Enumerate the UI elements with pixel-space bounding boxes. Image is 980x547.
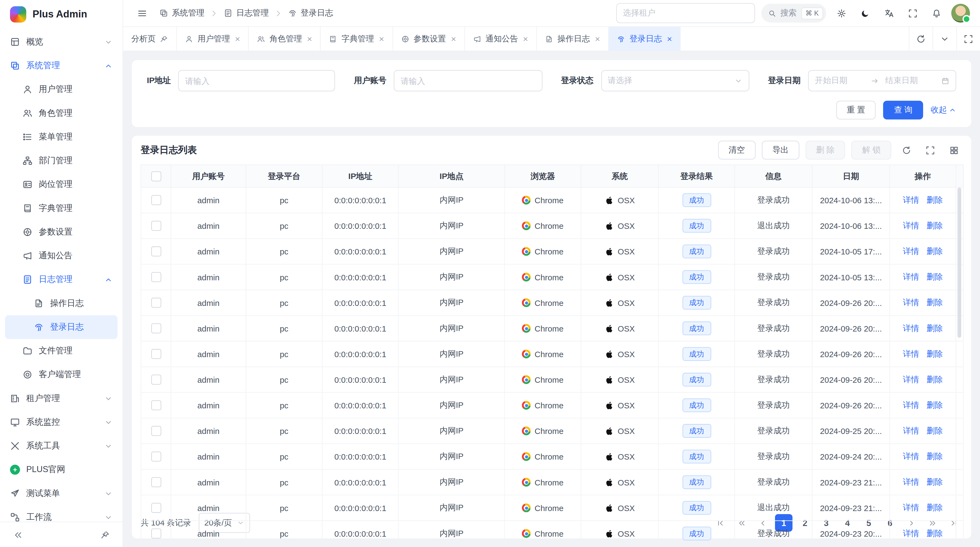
breadcrumb-item-system[interactable]: 系统管理 — [159, 8, 204, 19]
delete-link[interactable]: 删除 — [927, 477, 943, 486]
row-checkbox[interactable] — [151, 298, 161, 308]
row-checkbox[interactable] — [151, 272, 161, 282]
tab-user[interactable]: 用户管理 × — [177, 27, 249, 51]
delete-link[interactable]: 删除 — [927, 349, 943, 358]
tab-notice[interactable]: 通知公告 × — [465, 27, 537, 51]
sidebar-item-overview[interactable]: 概览 — [5, 30, 117, 54]
sidebar-item-dict[interactable]: 字典管理 — [5, 196, 117, 220]
detail-link[interactable]: 详情 — [903, 452, 919, 461]
delete-link[interactable]: 删除 — [927, 503, 943, 512]
select-all-checkbox[interactable] — [151, 171, 161, 182]
clear-button[interactable]: 清空 — [718, 141, 756, 159]
detail-link[interactable]: 详情 — [903, 503, 919, 512]
row-checkbox[interactable] — [151, 221, 161, 231]
delete-link[interactable]: 删除 — [927, 452, 943, 461]
tab-role[interactable]: 角色管理 × — [249, 27, 321, 51]
status-select[interactable]: 请选择 — [601, 70, 749, 91]
sidebar-item-post[interactable]: 岗位管理 — [5, 173, 117, 196]
sidebar-item-client[interactable]: 客户端管理 — [5, 363, 117, 386]
sidebar-item-tools[interactable]: 系统工具 — [5, 434, 117, 458]
notifications-button[interactable] — [928, 4, 945, 22]
row-checkbox[interactable] — [151, 247, 161, 257]
sidebar-item-plus-site[interactable]: + PLUS官网 — [5, 458, 117, 482]
row-checkbox[interactable] — [151, 477, 161, 487]
breadcrumb-item-log[interactable]: 日志管理 — [224, 8, 269, 19]
unlock-button[interactable]: 解 锁 — [851, 141, 891, 159]
collapse-filter-link[interactable]: 收起 — [931, 104, 956, 115]
detail-link[interactable]: 详情 — [903, 298, 919, 307]
column-settings-button[interactable] — [945, 141, 962, 159]
close-icon[interactable]: × — [235, 34, 240, 43]
detail-link[interactable]: 详情 — [903, 247, 919, 256]
row-checkbox[interactable] — [151, 452, 161, 462]
reset-button[interactable]: 重 置 — [836, 101, 876, 120]
collapse-sidebar-button[interactable] — [9, 526, 26, 544]
tab-param[interactable]: 参数设置 × — [393, 27, 465, 51]
table-scrollbar[interactable] — [958, 188, 961, 338]
row-checkbox[interactable] — [151, 503, 161, 513]
dark-mode-button[interactable] — [856, 4, 873, 22]
detail-link[interactable]: 详情 — [903, 221, 919, 230]
sidebar-item-role[interactable]: 角色管理 — [5, 101, 117, 125]
query-button[interactable]: 查 询 — [883, 101, 923, 120]
detail-link[interactable]: 详情 — [903, 477, 919, 486]
sidebar-item-test[interactable]: 测试菜单 — [5, 482, 117, 506]
sidebar-item-notice[interactable]: 通知公告 — [5, 244, 117, 268]
sidebar-item-login-log[interactable]: 登录日志 — [5, 315, 117, 339]
delete-link[interactable]: 删除 — [927, 426, 943, 435]
sidebar-item-tenant[interactable]: 租户管理 — [5, 386, 117, 410]
ip-input[interactable] — [178, 70, 335, 91]
sidebar-item-file[interactable]: 文件管理 — [5, 339, 117, 363]
date-range-picker[interactable]: 开始日期 结束日期 — [808, 70, 956, 91]
detail-link[interactable]: 详情 — [903, 528, 919, 538]
sidebar-item-workflow[interactable]: 工作流 — [5, 506, 117, 522]
settings-button[interactable] — [832, 4, 850, 22]
tab-dict[interactable]: 字典管理 × — [321, 27, 393, 51]
sidebar-item-op-log[interactable]: 操作日志 — [5, 292, 117, 315]
delete-link[interactable]: 删除 — [927, 195, 943, 204]
detail-link[interactable]: 详情 — [903, 349, 919, 358]
delete-link[interactable]: 删除 — [927, 298, 943, 307]
delete-link[interactable]: 删除 — [927, 221, 943, 230]
tab-login-log[interactable]: 登录日志 × — [609, 27, 681, 51]
close-icon[interactable]: × — [523, 34, 528, 43]
delete-link[interactable]: 删除 — [927, 323, 943, 333]
delete-button[interactable]: 删 除 — [805, 141, 845, 159]
row-checkbox[interactable] — [151, 426, 161, 436]
delete-link[interactable]: 删除 — [927, 272, 943, 281]
breadcrumb-item-login-log[interactable]: 登录日志 — [288, 8, 333, 19]
refresh-table-button[interactable] — [897, 141, 915, 159]
detail-link[interactable]: 详情 — [903, 195, 919, 204]
row-checkbox[interactable] — [151, 375, 161, 385]
detail-link[interactable]: 详情 — [903, 323, 919, 333]
sidebar-item-dept[interactable]: 部门管理 — [5, 149, 117, 172]
row-checkbox[interactable] — [151, 195, 161, 206]
app-logo[interactable]: Plus Admin — [0, 0, 123, 29]
delete-link[interactable]: 删除 — [927, 528, 943, 538]
delete-link[interactable]: 删除 — [927, 400, 943, 410]
account-input[interactable] — [394, 70, 542, 91]
detail-link[interactable]: 详情 — [903, 400, 919, 410]
delete-link[interactable]: 删除 — [927, 247, 943, 256]
refresh-tab-button[interactable] — [909, 27, 932, 51]
tab-analysis[interactable]: 分析页 — [123, 27, 177, 51]
table-fullscreen-button[interactable] — [921, 141, 939, 159]
sidebar-item-user[interactable]: 用户管理 — [5, 78, 117, 101]
close-icon[interactable]: × — [595, 34, 600, 43]
language-button[interactable] — [880, 4, 897, 22]
pin-sidebar-button[interactable] — [96, 526, 114, 544]
sidebar-toggle-button[interactable] — [133, 4, 151, 22]
detail-link[interactable]: 详情 — [903, 426, 919, 435]
close-icon[interactable]: × — [667, 34, 672, 43]
sidebar-item-monitor[interactable]: 系统监控 — [5, 410, 117, 434]
close-icon[interactable]: × — [379, 34, 384, 43]
detail-link[interactable]: 详情 — [903, 272, 919, 281]
detail-link[interactable]: 详情 — [903, 375, 919, 384]
fullscreen-button[interactable] — [904, 4, 921, 22]
sidebar-item-menu[interactable]: 菜单管理 — [5, 125, 117, 149]
row-checkbox[interactable] — [151, 400, 161, 410]
sidebar-item-system[interactable]: 系统管理 — [5, 54, 117, 77]
tenant-select[interactable]: 选择租户 — [616, 3, 755, 23]
export-button[interactable]: 导出 — [762, 141, 799, 159]
sidebar-item-log[interactable]: 日志管理 — [5, 268, 117, 292]
